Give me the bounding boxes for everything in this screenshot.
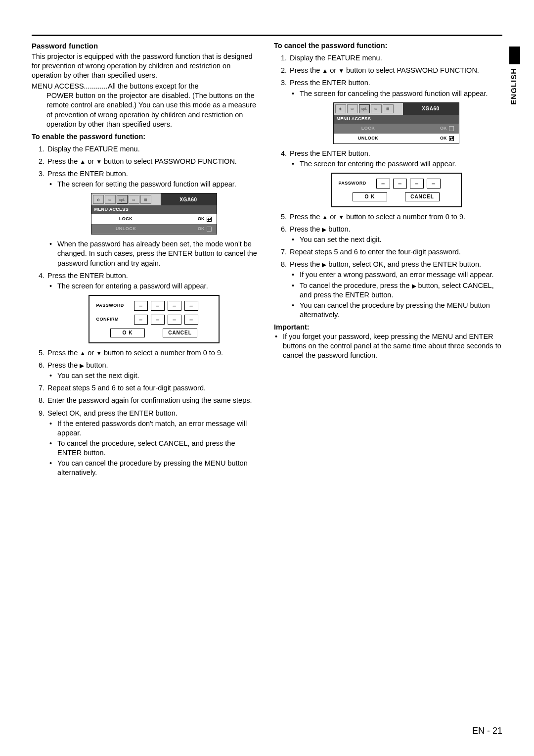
important-list: If you forget your password, keep pressi… — [274, 332, 502, 360]
menu-access-description: MENU ACCESS............All the buttons e… — [32, 82, 260, 129]
enable-step-5: Press the ▲ or ▼ button to select a numb… — [46, 348, 260, 358]
password-label: PASSWORD — [96, 303, 134, 309]
confirm-digit: – — [184, 315, 198, 325]
up-arrow-icon: ▲ — [322, 67, 328, 74]
confirm-digit: – — [168, 315, 181, 325]
menu-tab-icon: ▭ — [129, 195, 139, 204]
ok-label: OK — [440, 126, 447, 132]
signal-label: XGA60 — [403, 103, 459, 115]
section-title-password: Password function — [32, 41, 260, 51]
cancel-step-7: Repeat steps 5 and 6 to enter the four-d… — [289, 247, 502, 257]
step-bullet: You can set the next digit. — [300, 235, 502, 244]
step-text: Press the — [290, 225, 322, 233]
step-bullet: To cancel the procedure, press the ▶ but… — [300, 281, 502, 300]
menu-row-unlock: UNLOCK OK — [334, 134, 459, 143]
step-bullet: If you enter a wrong password, an error … — [300, 270, 502, 280]
unlock-label: UNLOCK — [334, 136, 403, 142]
enable-step-3: Press the ENTER button. The screen for s… — [46, 169, 260, 268]
confirm-digit: – — [151, 315, 165, 325]
password-digit: – — [168, 301, 181, 311]
menu-title: MENU ACCESS — [334, 115, 459, 124]
menu-tab-icon: ▭ — [371, 104, 382, 113]
step-text: Press the ENTER button. — [47, 170, 128, 178]
opt-label: opt. — [119, 197, 125, 202]
step-bullet: The screen for entering the password wil… — [300, 159, 502, 169]
up-arrow-icon: ▲ — [80, 158, 86, 165]
intro-paragraph: This projector is equipped with the pass… — [32, 52, 260, 80]
enter-icon — [207, 227, 212, 232]
password-cancel-figure: PASSWORD – – – – O K CANCEL — [331, 173, 462, 207]
down-arrow-icon: ▼ — [96, 350, 102, 357]
ok-label: OK — [198, 226, 205, 232]
step-bullet: To cancel the procedure, select CANCEL, … — [57, 439, 260, 458]
confirm-digit: – — [134, 315, 148, 325]
menu-access-figure-lock: ◐ ▭ opt. ▭ ▦ XGA60 MENU ACCESS LOCK — [91, 193, 217, 235]
step-bullet: The screen for entering a password will … — [57, 282, 260, 291]
menu-row-lock: LOCK OK — [334, 124, 459, 134]
ok-button-graphic: O K — [353, 192, 387, 201]
step-text: Press the — [47, 361, 80, 369]
enter-icon — [449, 126, 454, 131]
menu-tab-icon: ▭ — [347, 104, 358, 113]
password-digit: – — [427, 179, 441, 189]
page-number: EN - 21 — [472, 726, 502, 736]
menu-row-lock: LOCK OK — [91, 214, 217, 224]
enable-step-4: Press the ENTER button. The screen for e… — [46, 271, 260, 343]
right-arrow-icon: ▶ — [322, 226, 326, 233]
password-digit: – — [184, 301, 198, 311]
step-bullet: When the password has already been set, … — [57, 239, 260, 268]
menu-title: MENU ACCESS — [91, 205, 217, 214]
step-text: Press the — [290, 260, 322, 268]
lock-label: LOCK — [334, 126, 403, 132]
menu-access-body: POWER button on the projector are disabl… — [32, 91, 260, 129]
enable-step-6: Press the ▶ button. You can set the next… — [46, 361, 260, 380]
menu-access-figure-unlock: ◐ ▭ opt. ▭ ▦ XGA60 MENU ACCESS LOCK — [333, 102, 459, 144]
up-arrow-icon: ▲ — [80, 350, 86, 357]
left-column: Password function This projector is equi… — [32, 41, 260, 477]
cancel-button-graphic: CANCEL — [405, 192, 440, 201]
menu-tab-icon: ◐ — [93, 195, 104, 204]
cancel-step-6: Press the ▶ button. You can set the next… — [289, 225, 502, 244]
step-text: button, select OK, and press the ENTER b… — [326, 260, 481, 268]
step-bullet: You can set the next digit. — [57, 371, 260, 380]
password-digit: – — [134, 301, 148, 311]
signal-label: XGA60 — [161, 193, 217, 205]
enable-title: To enable the password function: — [32, 132, 260, 142]
menu-tab-opt: opt. — [117, 195, 128, 204]
step-text: button to select PASSWORD FUNCTION. — [344, 66, 479, 74]
enable-step-1: Display the FEATURE menu. — [46, 144, 260, 154]
up-arrow-icon: ▲ — [322, 214, 328, 221]
step-bullet: If the entered passwords don't match, an… — [57, 419, 260, 438]
step-bullet: You can cancel the procedure by pressing… — [300, 301, 502, 320]
step-text: Press the — [290, 66, 322, 74]
step-text: Display the FEATURE menu. — [47, 145, 140, 153]
step-text: Press the — [47, 349, 80, 357]
cancel-button-graphic: CANCEL — [163, 329, 197, 337]
language-side-tab: ENGLISH — [509, 47, 520, 106]
step-bullet: You can cancel the procedure by pressing… — [57, 459, 260, 477]
step-text: or — [86, 157, 96, 165]
step-text: Press the — [47, 157, 80, 165]
step-text: button. — [326, 225, 350, 233]
step-text: Press the ENTER button. — [290, 149, 370, 157]
step-text: button to select a number from 0 to 9. — [102, 349, 223, 357]
side-tab-marker — [509, 47, 520, 64]
password-digit: – — [376, 179, 390, 189]
cancel-steps: Display the FEATURE menu. Press the ▲ or… — [274, 53, 502, 320]
password-digit: – — [410, 179, 424, 189]
bullet-text: To cancel the procedure, press the — [300, 282, 412, 289]
step-text: or — [86, 349, 96, 357]
password-label: PASSWORD — [339, 181, 376, 187]
menu-access-body-start: All the buttons except for the — [108, 82, 199, 90]
step-text: or — [328, 66, 338, 74]
enable-steps: Display the FEATURE menu. Press the ▲ or… — [32, 144, 260, 478]
menu-tab-opt: opt. — [359, 104, 370, 113]
step-text: Press the — [290, 213, 322, 221]
right-arrow-icon: ▶ — [80, 362, 84, 369]
down-arrow-icon: ▼ — [338, 67, 344, 74]
right-column: To cancel the password function: Display… — [274, 41, 502, 477]
step-text: button to select a number from 0 to 9. — [344, 213, 465, 221]
opt-label: opt. — [361, 106, 367, 111]
cancel-step-1: Display the FEATURE menu. — [289, 53, 502, 63]
ok-button-graphic: O K — [110, 329, 145, 337]
